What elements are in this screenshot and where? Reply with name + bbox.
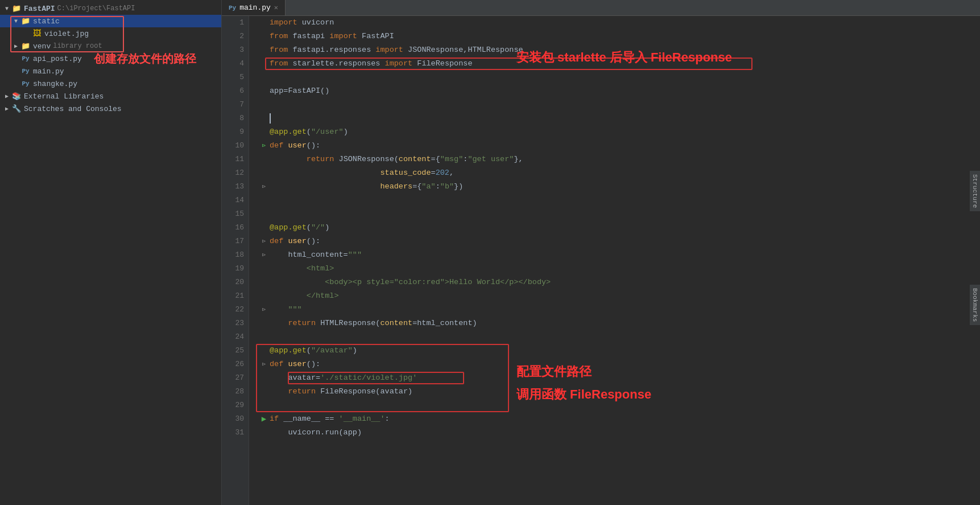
code-line-23: return HTMLResponse(content=html_content… [258, 317, 980, 330]
sidebar-item-scratches[interactable]: ▶ 🔧 Scratches and Consoles [0, 102, 221, 115]
ln-17: 17 [224, 235, 244, 248]
sidebar-item-label: External Libraries [24, 92, 104, 101]
ln-12: 12 [224, 166, 244, 180]
gutter-22: ⊳ [258, 303, 270, 317]
ln-8: 8 [224, 112, 244, 125]
folder-icon: 📁 [20, 16, 31, 26]
ln-7: 7 [224, 98, 244, 112]
ln-22: 22 [224, 303, 244, 317]
ln-6: 6 [224, 84, 244, 98]
line-numbers: 1 2 3 4 5 6 7 8 9 10 11 12 13 14 15 16 1… [222, 16, 249, 505]
code-line-26: ⊳ def user(): [258, 358, 980, 371]
sidebar: ▼ 📁 FastAPI C:\iProject\FastAPI ▼ 📁 stat… [0, 0, 222, 505]
sidebar-item-violet[interactable]: 🖼 violet.jpg [0, 27, 221, 40]
code-line-24 [258, 330, 980, 344]
code-line-21: </html> [258, 289, 980, 303]
editor-area: Py main.py ✕ 1 2 3 4 5 6 7 8 9 10 11 12 … [222, 0, 980, 505]
bookmarks-label[interactable]: Bookmarks [970, 285, 980, 325]
sidebar-item-external-libs[interactable]: ▶ 📚 External Libraries [0, 90, 221, 102]
code-line-5 [258, 71, 980, 84]
ln-26: 26 [224, 358, 244, 371]
ln-1: 1 [224, 16, 244, 30]
code-line-28: return FileResponse(avatar) [258, 385, 980, 399]
python-icon: Py [20, 54, 31, 64]
code-line-18: ⊳ html_content=""" [258, 248, 980, 262]
code-line-31: uvicorn.run(app) [258, 426, 980, 440]
python-icon: Py [20, 79, 31, 89]
code-line-7 [258, 98, 980, 112]
expand-arrow: ▶ [2, 104, 11, 113]
code-line-20: <body><p style="color:red">Hello World</… [258, 276, 980, 289]
scratch-icon: 🔧 [11, 104, 22, 114]
run-button[interactable]: ▶ [258, 412, 270, 426]
gutter-18: ⊳ [258, 248, 270, 262]
code-editor[interactable]: import uvicorn from fastapi import FastA… [249, 16, 980, 505]
code-line-14 [258, 194, 980, 207]
folder-icon: 📁 [20, 41, 31, 51]
sidebar-path: C:\iProject\FastAPI [57, 5, 135, 13]
code-line-6: app=FastAPI() [258, 84, 980, 98]
sidebar-item-extra: library root [53, 42, 102, 50]
code-line-17: ⊳ def user(): [258, 235, 980, 248]
ln-11: 11 [224, 153, 244, 166]
sidebar-item-label: venv [33, 42, 51, 51]
sidebar-item-static[interactable]: ▼ 📁 static [0, 15, 221, 27]
ln-20: 20 [224, 276, 244, 289]
structure-label[interactable]: Structure [970, 171, 980, 211]
ln-9: 9 [224, 125, 244, 139]
code-line-4: from starlette.responses import FileResp… [258, 57, 980, 71]
ln-25: 25 [224, 344, 244, 358]
code-line-15 [258, 207, 980, 221]
sidebar-tree: ▼ 📁 FastAPI C:\iProject\FastAPI ▼ 📁 stat… [0, 0, 221, 505]
expand-arrow [23, 29, 32, 38]
sidebar-item-fastapi-root[interactable]: ▼ 📁 FastAPI C:\iProject\FastAPI [0, 2, 221, 15]
ln-14: 14 [224, 194, 244, 207]
sidebar-item-label: main.py [33, 67, 64, 76]
sidebar-item-api-post[interactable]: Py api_post.py [0, 52, 221, 65]
code-line-16: @app.get("/") [258, 221, 980, 235]
folder-icon: 📁 [11, 3, 22, 14]
sidebar-item-label: static [33, 17, 60, 26]
expand-arrow: ▼ [2, 4, 11, 13]
ln-27: 27 [224, 371, 244, 385]
ln-4: 4 [224, 57, 244, 71]
expand-arrow: ▶ [11, 42, 20, 51]
sidebar-item-label: Scratches and Consoles [24, 105, 122, 113]
code-line-30: ▶ if __name__ == '__main__': [258, 412, 980, 426]
code-line-2: from fastapi import FastAPI [258, 30, 980, 43]
ln-31: 31 [224, 426, 244, 440]
ln-21: 21 [224, 289, 244, 303]
ln-30: 30 [224, 412, 244, 426]
gutter-17: ⊳ [258, 235, 270, 248]
code-line-8 [258, 112, 980, 125]
ln-13: 13 [224, 180, 244, 194]
sidebar-item-label: api_post.py [33, 55, 82, 63]
tab-close-button[interactable]: ✕ [274, 3, 278, 12]
code-line-13: ⊳ headers={"a":"b"}) [258, 180, 980, 194]
ln-5: 5 [224, 71, 244, 84]
sidebar-item-shangke[interactable]: Py shangke.py [0, 77, 221, 90]
tab-main-py[interactable]: Py main.py ✕ [222, 0, 286, 15]
ln-15: 15 [224, 207, 244, 221]
code-line-29 [258, 399, 980, 412]
gutter-26: ⊳ [258, 358, 270, 371]
ln-19: 19 [224, 262, 244, 276]
tab-icon: Py [229, 5, 236, 11]
code-line-11: return JSONResponse(content={"msg":"get … [258, 153, 980, 166]
expand-arrow: ▼ [11, 17, 20, 26]
code-line-12: status_code=202, [258, 166, 980, 180]
code-line-22: ⊳ """ [258, 303, 980, 317]
code-container[interactable]: 1 2 3 4 5 6 7 8 9 10 11 12 13 14 15 16 1… [222, 16, 980, 505]
sidebar-item-venv[interactable]: ▶ 📁 venv library root [0, 40, 221, 52]
ln-23: 23 [224, 317, 244, 330]
library-icon: 📚 [11, 91, 22, 101]
sidebar-item-label: shangke.py [33, 80, 77, 88]
ln-2: 2 [224, 30, 244, 43]
python-icon: Py [20, 66, 31, 76]
gutter-10: ⊳ [258, 139, 270, 153]
sidebar-item-main-py[interactable]: Py main.py [0, 65, 221, 77]
tab-label: main.py [239, 3, 271, 12]
ln-28: 28 [224, 385, 244, 399]
ln-29: 29 [224, 399, 244, 412]
ln-3: 3 [224, 43, 244, 57]
